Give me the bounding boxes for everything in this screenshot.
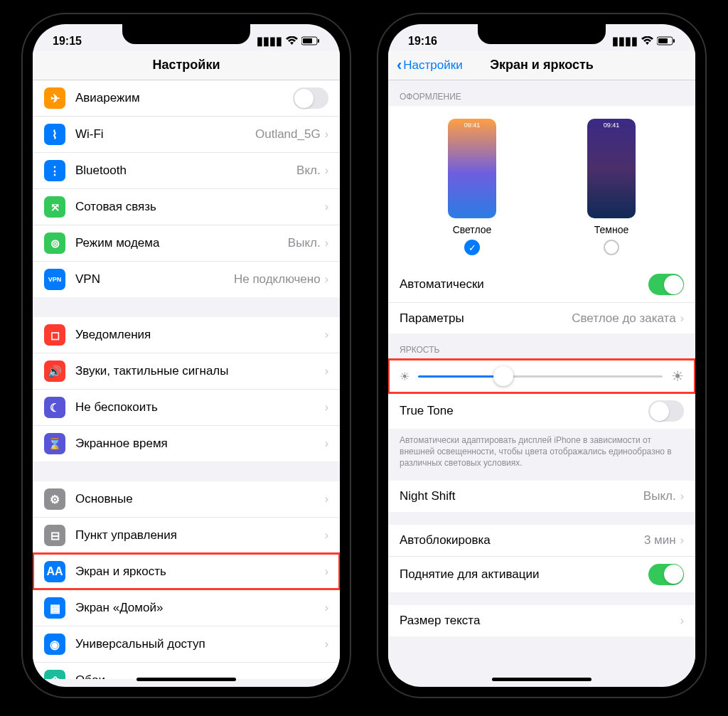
settings-list[interactable]: ✈Авиарежим⌇Wi-FiOutland_5G›⋮BluetoothВкл… [33, 80, 340, 679]
chevron-right-icon: › [325, 237, 328, 250]
slider-thumb[interactable] [493, 366, 513, 386]
row-label: Сотовая связь [75, 200, 325, 214]
row-label: Режим модема [75, 236, 288, 250]
row-truetone[interactable]: True Tone [388, 393, 695, 429]
row-cellular[interactable]: ⤧Сотовая связь› [33, 188, 340, 225]
row-raise[interactable]: Поднятие для активации [388, 556, 695, 592]
homescreen-icon: ▦ [44, 597, 65, 619]
sun-big-icon: ☀ [671, 368, 684, 385]
row-label: Не беспокоить [75, 400, 325, 415]
appearance-light[interactable]: 09:41 Светлое ✓ [448, 119, 496, 258]
truetone-footnote: Автоматически адаптировать дисплей iPhon… [388, 429, 695, 481]
chevron-right-icon: › [325, 128, 328, 141]
toggle-automatic[interactable] [648, 274, 684, 295]
wifi-status-icon [641, 36, 653, 46]
row-automatic[interactable]: Автоматически [388, 267, 695, 302]
chevron-right-icon: › [325, 602, 328, 614]
radio-selected-icon[interactable]: ✓ [464, 240, 480, 255]
slider-track[interactable] [418, 375, 663, 378]
section-brightness: ЯРКОСТЬ [388, 333, 695, 359]
svg-rect-4 [658, 38, 668, 43]
row-nightshift[interactable]: Night Shift Выкл. › [388, 481, 695, 512]
row-label: Звуки, тактильные сигналы [75, 364, 325, 378]
chevron-right-icon: › [680, 490, 684, 503]
vpn-icon: VPN [44, 269, 65, 290]
svg-rect-5 [673, 39, 675, 43]
chevron-right-icon: › [680, 312, 684, 325]
toggle-truetone[interactable] [648, 400, 684, 422]
autolock-label: Автоблокировка [400, 533, 644, 547]
battery-icon [657, 36, 675, 46]
toggle-raise[interactable] [648, 564, 684, 585]
radio-unselected-icon[interactable] [604, 240, 619, 255]
navbar-display: ‹ Настройки Экран и яркость [388, 50, 695, 80]
back-label: Настройки [403, 58, 462, 73]
appearance-dark[interactable]: 09:41 Темное [587, 119, 636, 258]
parameters-label: Параметры [400, 311, 572, 326]
back-button[interactable]: ‹ Настройки [397, 56, 463, 75]
row-textsize[interactable]: Размер текста › [388, 605, 695, 636]
row-sounds[interactable]: 🔊Звуки, тактильные сигналы› [33, 353, 340, 389]
row-label: Пункт управления [75, 528, 325, 543]
dnd-icon: ☾ [44, 397, 65, 418]
appearance-picker: 09:41 Светлое ✓ 09:41 Темное [388, 106, 695, 267]
dark-preview: 09:41 [587, 119, 636, 218]
nightshift-value: Выкл. [643, 489, 676, 503]
chevron-right-icon: › [325, 365, 328, 378]
chevron-left-icon: ‹ [397, 56, 402, 75]
row-homescreen[interactable]: ▦Экран «Домой»› [33, 589, 340, 626]
row-autolock[interactable]: Автоблокировка 3 мин › [388, 525, 695, 556]
chevron-right-icon: › [680, 614, 684, 627]
chevron-right-icon: › [325, 164, 328, 177]
row-label: VPN [75, 272, 234, 287]
autolock-value: 3 мин [644, 533, 676, 547]
phone-right: 19:16 ▮▮▮▮ ‹ Настройки Экран и яркость О… [378, 14, 705, 697]
row-value: Не подключено [234, 272, 321, 287]
row-hotspot[interactable]: ⊚Режим модемаВыкл.› [33, 225, 340, 261]
brightness-slider-group: ☀ ☀ [388, 359, 695, 393]
wifi-icon: ⌇ [44, 124, 65, 145]
home-indicator[interactable] [136, 678, 236, 681]
sun-small-icon: ☀ [400, 370, 410, 383]
general-icon: ⚙ [44, 488, 65, 510]
row-accessibility[interactable]: ◉Универсальный доступ› [33, 626, 340, 662]
chevron-right-icon: › [325, 493, 328, 506]
row-value: Вкл. [296, 164, 321, 178]
row-general[interactable]: ⚙Основные› [33, 481, 340, 517]
chevron-right-icon: › [325, 273, 328, 286]
row-label: Bluetooth [75, 164, 296, 178]
display-icon: AA [44, 561, 65, 582]
navbar-settings: Настройки [33, 50, 340, 80]
dark-label: Темное [587, 224, 636, 235]
toggle-airplane[interactable] [293, 87, 328, 109]
row-control-center[interactable]: ⊟Пункт управления› [33, 517, 340, 553]
notifications-icon: ◻ [44, 324, 65, 346]
light-preview: 09:41 [448, 119, 496, 218]
row-parameters[interactable]: Параметры Светлое до заката › [388, 302, 695, 333]
row-vpn[interactable]: VPNVPNНе подключено› [33, 261, 340, 297]
page-title: Экран и яркость [490, 58, 594, 73]
row-notifications[interactable]: ◻Уведомления› [33, 317, 340, 353]
row-bluetooth[interactable]: ⋮BluetoothВкл.› [33, 152, 340, 188]
cellular-icon: ⤧ [44, 196, 65, 218]
row-airplane[interactable]: ✈Авиарежим [33, 80, 340, 116]
bluetooth-icon: ⋮ [44, 160, 65, 181]
light-label: Светлое [448, 224, 496, 235]
display-settings[interactable]: ОФОРМЛЕНИЕ 09:41 Светлое ✓ 09:41 Темное … [388, 80, 695, 679]
signal-icon: ▮▮▮▮ [612, 34, 638, 48]
svg-rect-2 [318, 39, 319, 43]
home-indicator[interactable] [492, 678, 592, 681]
sounds-icon: 🔊 [44, 360, 65, 382]
row-display[interactable]: AAЭкран и яркость› [33, 553, 340, 589]
chevron-right-icon: › [325, 328, 328, 341]
row-label: Экранное время [75, 437, 325, 451]
brightness-slider[interactable]: ☀ ☀ [388, 359, 695, 393]
row-dnd[interactable]: ☾Не беспокоить› [33, 389, 340, 425]
row-label: Экран и яркость [75, 565, 325, 579]
row-screentime[interactable]: ⌛Экранное время› [33, 425, 340, 461]
nightshift-label: Night Shift [400, 489, 643, 503]
truetone-label: True Tone [400, 404, 648, 418]
row-wallpaper[interactable]: ❀Обои› [33, 662, 340, 679]
chevron-right-icon: › [325, 437, 328, 450]
row-wifi[interactable]: ⌇Wi-FiOutland_5G› [33, 116, 340, 152]
